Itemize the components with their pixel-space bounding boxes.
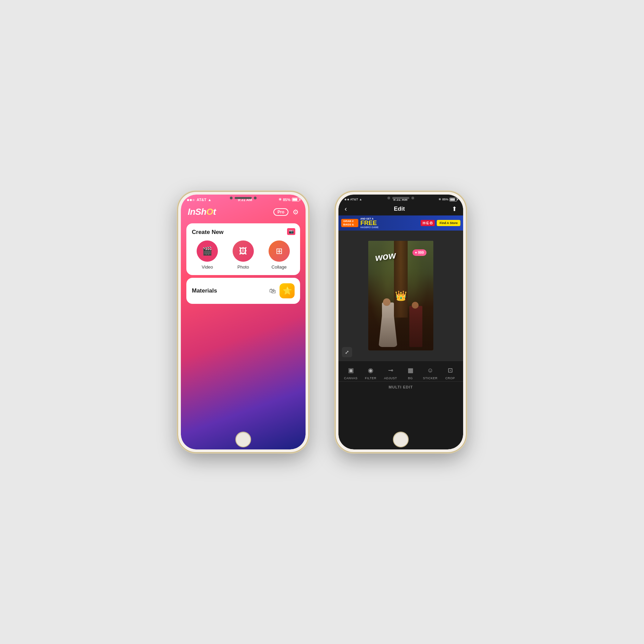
wifi-icon: ▲ — [208, 198, 212, 202]
bg-label: BG — [408, 376, 413, 380]
phone-1: AT&T ▲ 9:31 AM ✳ 85% InShOt Pro — [178, 192, 308, 452]
find-store-button[interactable]: Find A Store — [437, 220, 460, 226]
bg-icon: ▦ — [405, 365, 416, 375]
status-left: AT&T ▲ — [187, 198, 211, 202]
back-button[interactable]: ‹ — [345, 205, 347, 213]
home-button-2[interactable] — [393, 432, 409, 447]
tool-bg[interactable]: ▦ BG — [401, 364, 420, 381]
adjust-icon: ⊸ — [385, 365, 396, 375]
battery-pct: 85% — [283, 198, 290, 202]
share-button[interactable]: ⬆ — [452, 205, 457, 213]
canvas-icon: ▣ — [346, 365, 356, 375]
proximity-sensor-2 — [411, 197, 414, 199]
ad-left-text: GRAB 2BAGS & — [341, 219, 358, 227]
create-grid: 🎬 Video 🖼 Photo ⊞ Collage — [192, 240, 295, 270]
canvas-label: CANVAS — [344, 376, 357, 380]
filter-icon: ◉ — [366, 365, 376, 375]
tool-sticker[interactable]: ☺ STICKER — [421, 364, 440, 381]
photo-overlay — [368, 268, 433, 350]
create-collage-item[interactable]: ⊞ Collage — [269, 240, 290, 270]
crop-label: CROP — [445, 376, 455, 380]
heart-badge-sticker[interactable]: ♥ 999 — [412, 249, 426, 256]
collage-circle: ⊞ — [269, 240, 290, 262]
front-camera — [230, 197, 233, 199]
ad-right: H·E·B Find A Store — [421, 220, 460, 226]
settings-icon[interactable]: ⚙ — [293, 208, 299, 216]
status-right: ✳ 85% — [278, 197, 299, 202]
sticker-label: STICKER — [423, 376, 438, 380]
carrier-label: AT&T — [197, 198, 207, 202]
header-right: Pro ⚙ — [273, 208, 299, 216]
create-new-title: Create New — [192, 229, 295, 236]
phone2-screen: AT&T ▲ 9:31 AM ✳ 85% ‹ Edit ⬆ — [338, 195, 463, 449]
create-photo-item[interactable]: 🖼 Photo — [233, 240, 254, 270]
materials-actions: 🛍 ⭐ — [269, 283, 295, 298]
phone1-screen: AT&T ▲ 9:31 AM ✳ 85% InShOt Pro — [181, 195, 306, 449]
materials-content: Materials 🛍 ⭐ — [192, 283, 295, 298]
edit-title: Edit — [394, 206, 405, 212]
status-dots-2: AT&T ▲ — [345, 198, 362, 201]
sticker-icon: ☺ — [425, 365, 435, 375]
edit-battery: ✳ 85% — [438, 198, 457, 201]
tool-canvas[interactable]: ▣ CANVAS — [341, 364, 360, 381]
app-logo: InShOt — [188, 207, 216, 217]
tool-crop[interactable]: ⊡ CROP — [441, 364, 460, 381]
materials-card: Materials 🛍 ⭐ — [186, 278, 300, 304]
crop-icon: ⊡ — [445, 365, 455, 375]
fullscreen-button[interactable]: ⤢ — [342, 347, 352, 357]
tool-adjust[interactable]: ⊸ ADJUST — [381, 364, 400, 381]
favorites-button[interactable]: ⭐ — [280, 283, 295, 298]
multi-edit-bar: MULTI EDIT — [338, 381, 463, 392]
bluetooth-icon: ✳ — [278, 197, 282, 202]
filter-label: FILTER — [365, 376, 376, 380]
photo-frame[interactable]: wow ♥ 999 👑 — [368, 241, 433, 350]
adjust-label: ADJUST — [384, 376, 397, 380]
video-label: Video — [202, 264, 213, 270]
pro-badge[interactable]: Pro — [273, 208, 288, 216]
edit-toolbar: ▣ CANVAS ◉ FILTER ⊸ ADJUST ▦ BG — [338, 361, 463, 393]
toolbar-scroll: ▣ CANVAS ◉ FILTER ⊸ ADJUST ▦ BG — [338, 364, 463, 381]
tool-text[interactable]: T TEXT — [460, 364, 463, 381]
create-video-item[interactable]: 🎬 Video — [197, 240, 218, 270]
photo-background: wow ♥ 999 👑 — [368, 241, 433, 350]
create-new-card: 📷 Create New 🎬 Video 🖼 Photo ⊞ Collage — [186, 223, 300, 275]
phone-2: AT&T ▲ 9:31 AM ✳ 85% ‹ Edit ⬆ — [336, 192, 466, 452]
app-header: InShOt Pro ⚙ — [181, 203, 306, 221]
ad-free-label: FREE — [360, 220, 377, 226]
crown-sticker[interactable]: 👑 — [395, 290, 407, 301]
photo-label: Photo — [237, 264, 249, 270]
speaker-2 — [392, 197, 409, 199]
front-camera-2 — [387, 197, 390, 199]
ad-banner[interactable]: GRAB 2BAGS & AND GET A FREE HASBRO GAME … — [338, 215, 463, 231]
camera-add-button[interactable]: 📷 — [287, 228, 295, 235]
signal-dots — [187, 198, 195, 202]
shop-button[interactable]: 🛍 — [269, 287, 276, 295]
tool-filter[interactable]: ◉ FILTER — [361, 364, 380, 381]
edit-battery-icon — [449, 198, 457, 201]
materials-label: Materials — [192, 287, 217, 294]
heb-logo: H·E·B — [421, 220, 435, 226]
phone-top-bar — [230, 197, 257, 199]
edit-header: ‹ Edit ⬆ — [338, 203, 463, 215]
multi-edit-label: MULTI EDIT — [389, 385, 413, 389]
collage-label: Collage — [272, 264, 287, 270]
speaker — [235, 197, 252, 199]
ad-center: AND GET A FREE HASBRO GAME — [360, 218, 379, 228]
home-button[interactable] — [235, 432, 251, 447]
phone2-top-bar — [387, 197, 414, 199]
photo-circle: 🖼 — [233, 240, 254, 262]
proximity-sensor — [254, 197, 257, 199]
video-circle: 🎬 — [197, 240, 218, 262]
battery-icon — [292, 198, 299, 201]
photo-canvas: wow ♥ 999 👑 ⤢ — [338, 231, 463, 361]
